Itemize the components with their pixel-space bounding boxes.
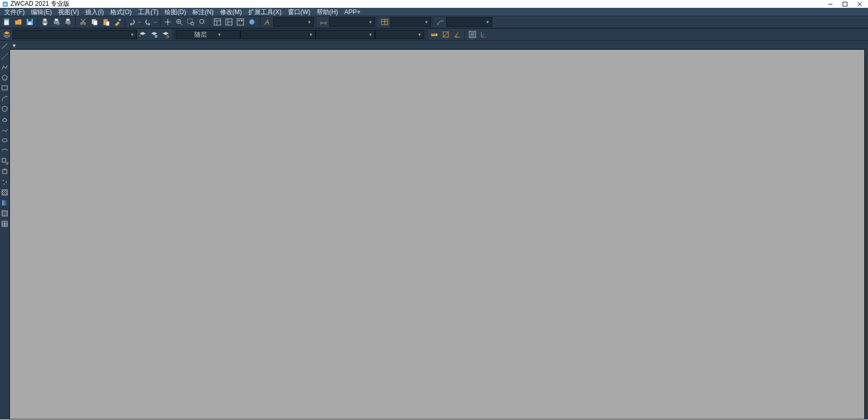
dim-style-combo[interactable]: ▼ bbox=[329, 17, 375, 27]
save-button[interactable] bbox=[25, 17, 35, 27]
construction-line-tool[interactable] bbox=[1, 52, 9, 61]
toolbar-grip[interactable] bbox=[259, 17, 261, 27]
point-tool[interactable] bbox=[1, 178, 9, 186]
tool-palettes-button[interactable] bbox=[235, 17, 246, 27]
print-preview-button[interactable] bbox=[51, 17, 62, 27]
plotstyle-combo[interactable]: ▼ bbox=[375, 30, 424, 39]
circle-tool[interactable] bbox=[1, 105, 9, 113]
window-close-button[interactable] bbox=[853, 1, 866, 8]
insert-block-tool[interactable] bbox=[1, 157, 9, 165]
menu-window[interactable]: 窗口(W) bbox=[285, 8, 314, 16]
menu-draw[interactable]: 绘图(D) bbox=[161, 8, 189, 16]
cut-button[interactable] bbox=[78, 17, 88, 27]
text-style-combo[interactable]: ▼ bbox=[273, 17, 314, 27]
toolbar-grip[interactable] bbox=[425, 29, 427, 40]
open-button[interactable] bbox=[13, 17, 24, 27]
polyline-tool[interactable] bbox=[1, 63, 9, 71]
linetype-combo[interactable]: ▼ bbox=[240, 30, 316, 39]
region-tool[interactable] bbox=[1, 209, 9, 218]
svg-rect-15 bbox=[55, 19, 58, 21]
make-block-tool[interactable] bbox=[1, 167, 9, 176]
redo-button[interactable] bbox=[143, 17, 158, 27]
svg-line-68 bbox=[2, 43, 7, 49]
dim-style-button[interactable] bbox=[318, 17, 329, 27]
cloud-button[interactable] bbox=[247, 17, 257, 27]
undo-button[interactable] bbox=[128, 17, 142, 27]
menu-modify[interactable]: 修改(M) bbox=[217, 8, 245, 16]
ellipse-tool[interactable] bbox=[1, 136, 9, 144]
hatch-tool[interactable] bbox=[1, 188, 9, 197]
table-style-combo[interactable]: ▼ bbox=[390, 17, 431, 27]
plot-button[interactable] bbox=[63, 17, 73, 27]
measure-angle-button[interactable] bbox=[452, 29, 462, 40]
menu-bar: 文件(F) 编辑(E) 视图(V) 插入(I) 格式(O) 工具(T) 绘图(D… bbox=[0, 8, 868, 16]
paste-button[interactable] bbox=[101, 17, 111, 27]
drawing-canvas[interactable] bbox=[9, 49, 865, 419]
text-style-button[interactable]: A bbox=[262, 17, 273, 27]
layer-state-button[interactable] bbox=[149, 29, 159, 40]
svg-rect-9 bbox=[28, 19, 31, 21]
svg-rect-8 bbox=[28, 22, 31, 25]
zoom-previous-button[interactable] bbox=[197, 17, 207, 27]
table-tool[interactable] bbox=[1, 220, 9, 228]
measure-area-button[interactable] bbox=[441, 29, 451, 40]
print-button[interactable] bbox=[40, 17, 50, 27]
menu-format[interactable]: 格式(O) bbox=[107, 8, 135, 16]
workspace: ▾ bbox=[0, 41, 868, 419]
separator bbox=[160, 17, 160, 27]
menu-edit[interactable]: 编辑(E) bbox=[28, 8, 55, 16]
rectangle-tool[interactable] bbox=[1, 84, 9, 92]
gradient-tool[interactable] bbox=[1, 199, 9, 207]
separator bbox=[433, 17, 433, 27]
mleader-style-combo[interactable]: ▼ bbox=[446, 17, 492, 27]
layer-iso-button[interactable] bbox=[160, 29, 171, 40]
spline-tool[interactable] bbox=[1, 126, 9, 134]
window-minimize-button[interactable] bbox=[824, 1, 837, 8]
document-list-dropdown[interactable]: ▾ bbox=[10, 42, 18, 49]
pan-button[interactable] bbox=[163, 17, 173, 27]
svg-rect-70 bbox=[2, 86, 7, 90]
layer-previous-button[interactable] bbox=[137, 29, 148, 40]
properties-button[interactable] bbox=[212, 17, 223, 27]
line-tool[interactable] bbox=[1, 42, 9, 50]
lineweight-combo[interactable]: ▼ bbox=[316, 30, 375, 39]
ucs-button[interactable] bbox=[479, 29, 489, 40]
table-style-button[interactable] bbox=[379, 17, 390, 27]
menu-help[interactable]: 帮助(H) bbox=[314, 8, 341, 16]
arc-tool[interactable] bbox=[1, 94, 9, 103]
menu-insert[interactable]: 插入(I) bbox=[82, 8, 107, 16]
menu-view[interactable]: 视图(V) bbox=[55, 8, 82, 16]
menu-tools[interactable]: 工具(T) bbox=[135, 8, 161, 16]
color-combo[interactable]: 随层▼ bbox=[176, 30, 240, 39]
layer-combo[interactable]: ▼ bbox=[13, 30, 137, 39]
draw-toolbar bbox=[0, 41, 9, 419]
svg-rect-16 bbox=[65, 21, 71, 24]
svg-point-55 bbox=[167, 36, 169, 38]
menu-appplus[interactable]: APP+ bbox=[341, 8, 364, 16]
menu-file[interactable]: 文件(F) bbox=[1, 8, 28, 16]
mleader-style-button[interactable] bbox=[435, 17, 446, 27]
new-button[interactable] bbox=[2, 17, 12, 27]
chevron-down-icon: ▼ bbox=[418, 32, 422, 37]
window-maximize-button[interactable] bbox=[839, 1, 851, 8]
svg-point-35 bbox=[200, 19, 204, 24]
svg-line-30 bbox=[180, 23, 182, 25]
menu-dim[interactable]: 标注(N) bbox=[189, 8, 217, 16]
toolbar-grip[interactable] bbox=[172, 29, 175, 40]
measure-distance-button[interactable] bbox=[429, 29, 439, 40]
svg-rect-33 bbox=[188, 19, 192, 24]
revcloud-tool[interactable] bbox=[1, 115, 9, 123]
design-center-button[interactable] bbox=[224, 17, 234, 27]
zoom-realtime-button[interactable] bbox=[174, 17, 184, 27]
separator bbox=[465, 30, 465, 39]
list-button[interactable] bbox=[467, 29, 478, 40]
ellipse-arc-tool[interactable] bbox=[1, 146, 9, 155]
zoom-window-button[interactable] bbox=[186, 17, 196, 27]
copy-button[interactable] bbox=[89, 17, 100, 27]
polygon-tool[interactable] bbox=[1, 73, 9, 82]
svg-point-53 bbox=[437, 24, 438, 25]
matchprop-button[interactable] bbox=[112, 17, 123, 27]
separator bbox=[75, 17, 76, 27]
layer-manager-button[interactable] bbox=[2, 29, 12, 40]
menu-ext[interactable]: 扩展工具(X) bbox=[245, 8, 285, 16]
